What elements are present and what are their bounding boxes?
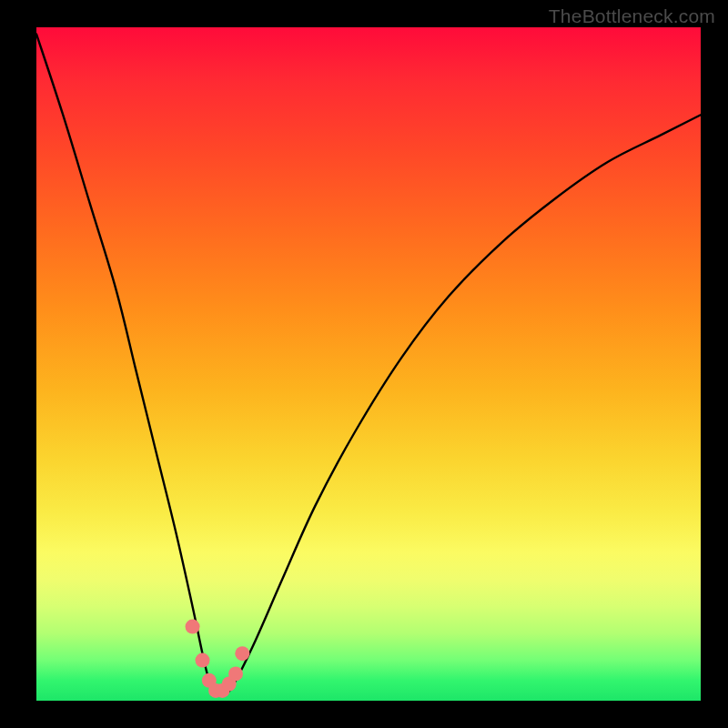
highlight-dots (186, 620, 250, 698)
curve-layer (36, 27, 701, 701)
highlight-dot (196, 653, 210, 668)
highlight-dot (228, 666, 243, 681)
bottleneck-curve (36, 34, 701, 695)
chart-plot-area (36, 27, 701, 701)
chart-frame: TheBottleneck.com (0, 0, 728, 728)
watermark-text: TheBottleneck.com (549, 5, 715, 27)
highlight-dot (186, 620, 200, 634)
highlight-dot (235, 646, 249, 661)
